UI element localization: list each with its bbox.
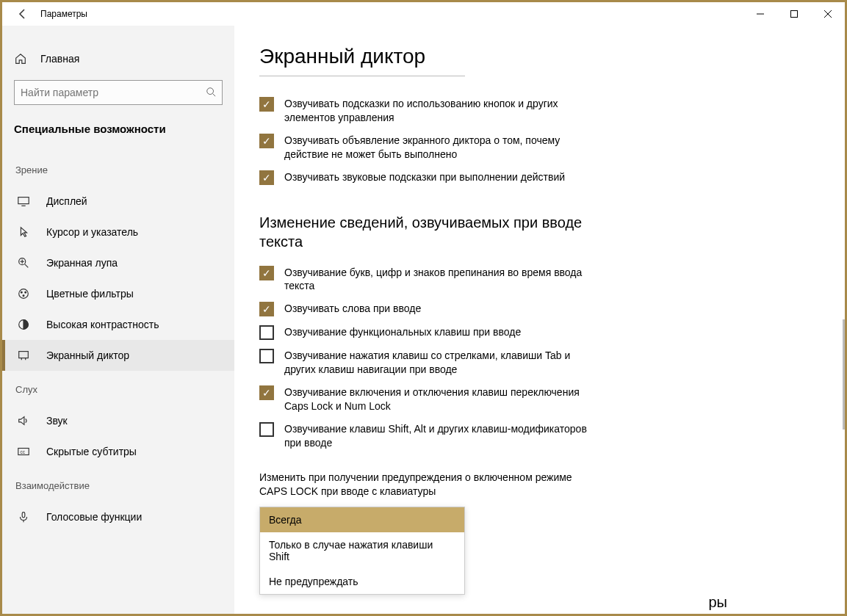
main-content: Экранный диктор ✓Озвучивать подсказки по… xyxy=(234,26,845,614)
search-icon xyxy=(206,87,216,99)
svg-point-12 xyxy=(19,289,29,299)
checkbox[interactable] xyxy=(259,422,274,437)
window-title: Параметры xyxy=(40,9,87,19)
checkbox-label: Озвучивать объявление экранного диктора … xyxy=(284,134,590,162)
dropdown-option[interactable]: Всегда xyxy=(260,507,464,532)
nav-label: Скрытые субтитры xyxy=(46,446,137,457)
svg-point-13 xyxy=(21,291,22,293)
checkbox-label: Озвучивание функциональных клавиш при вв… xyxy=(284,325,521,339)
checkbox-label: Озвучивать подсказки по использованию кн… xyxy=(284,97,590,125)
nav-label: Экранная лупа xyxy=(46,257,118,269)
window-controls xyxy=(743,2,845,26)
dropdown-option[interactable]: Не предупреждать xyxy=(260,569,464,594)
nav-speech[interactable]: Голосовые функции xyxy=(2,501,234,532)
search-box[interactable] xyxy=(14,80,223,105)
checkbox[interactable] xyxy=(259,349,274,363)
home-icon xyxy=(14,52,27,65)
nav-captions[interactable]: cc Скрытые субтитры xyxy=(2,436,234,467)
checkbox[interactable]: ✓ xyxy=(259,97,274,112)
svg-rect-6 xyxy=(18,198,29,204)
section-label-vision: Зрение xyxy=(2,151,234,186)
svg-rect-17 xyxy=(19,352,29,358)
palette-icon xyxy=(17,287,30,300)
checkbox-row: Озвучивание нажатия клавиш со стрелками,… xyxy=(259,349,590,377)
nav-label: Цветные фильтры xyxy=(46,288,134,300)
checkbox-row: Озвучивание функциональных клавиш при вв… xyxy=(259,325,590,340)
narrator-icon xyxy=(17,349,30,362)
section-label-hearing: Слух xyxy=(2,371,234,405)
checkbox-label: Озвучивание букв, цифр и знаков препинан… xyxy=(284,266,590,294)
checkbox-label: Озвучивание нажатия клавиш со стрелками,… xyxy=(284,349,590,377)
checkbox[interactable]: ✓ xyxy=(259,134,274,148)
checkbox-label: Озвучивать звуковые подсказки при выполн… xyxy=(284,170,565,184)
titlebar: Параметры xyxy=(2,2,845,26)
svg-point-4 xyxy=(207,87,214,94)
svg-point-15 xyxy=(23,295,24,297)
checkbox-row: ✓Озвучивание включения и отключения клав… xyxy=(259,385,590,413)
back-button[interactable] xyxy=(8,2,37,26)
nav-cursor[interactable]: Курсор и указатель xyxy=(2,217,234,247)
magnifier-icon xyxy=(17,256,30,269)
svg-point-14 xyxy=(25,291,26,293)
checkbox-label: Озвучивание клавиш Shift, Alt и других к… xyxy=(284,422,590,450)
nav-label: Дисплей xyxy=(46,195,87,207)
svg-line-9 xyxy=(25,264,29,268)
dropdown-option[interactable]: Только в случае нажатия клавиши Shift xyxy=(260,532,464,569)
sidebar: Главная Специальные возможности Зрение Д… xyxy=(2,26,234,614)
checkbox-label: Озвучивание включения и отключения клави… xyxy=(284,385,590,413)
checkbox[interactable]: ✓ xyxy=(259,302,274,316)
nav-label: Экранный диктор xyxy=(46,349,129,361)
capslock-dropdown[interactable]: ВсегдаТолько в случае нажатия клавиши Sh… xyxy=(259,507,465,595)
subheading-typing: Изменение сведений, озвучиваемых при вво… xyxy=(259,213,597,251)
minimize-button[interactable] xyxy=(743,2,777,26)
checkbox[interactable]: ✓ xyxy=(259,266,274,280)
nav-label: Голосовые функции xyxy=(46,511,142,523)
sidebar-home[interactable]: Главная xyxy=(2,46,234,71)
cursor-icon xyxy=(17,225,30,239)
search-input[interactable] xyxy=(21,87,206,98)
svg-rect-1 xyxy=(791,11,798,18)
nav-label: Звук xyxy=(46,415,68,427)
nav-narrator[interactable]: Экранный диктор xyxy=(2,340,234,371)
nav-magnifier[interactable]: Экранная лупа xyxy=(2,247,234,278)
nav-audio[interactable]: Звук xyxy=(2,405,234,436)
capslock-warning-label: Изменить при получении предупреждения о … xyxy=(259,471,590,499)
checkbox-row: ✓Озвучивать объявление экранного диктора… xyxy=(259,134,590,162)
mic-icon xyxy=(17,510,30,523)
checkbox-row: Озвучивание клавиш Shift, Alt и других к… xyxy=(259,422,590,450)
svg-rect-20 xyxy=(22,512,25,518)
nav-high-contrast[interactable]: Высокая контрастность xyxy=(2,309,234,340)
checkbox-label: Озвучивать слова при вводе xyxy=(284,302,421,316)
audio-icon xyxy=(17,414,30,427)
captions-icon: cc xyxy=(17,445,30,458)
checkbox[interactable]: ✓ xyxy=(259,170,274,185)
page-title: Экранный диктор xyxy=(259,45,465,76)
section-label-interaction: Взаимодействие xyxy=(2,467,234,501)
nav-display[interactable]: Дисплей xyxy=(2,186,234,217)
checkbox-row: ✓Озвучивать подсказки по использованию к… xyxy=(259,97,590,125)
maximize-button[interactable] xyxy=(777,2,811,26)
svg-text:cc: cc xyxy=(21,449,25,454)
checkbox[interactable]: ✓ xyxy=(259,385,274,400)
contrast-icon xyxy=(17,318,30,331)
scrollbar[interactable] xyxy=(843,319,845,430)
sidebar-home-label: Главная xyxy=(40,53,79,65)
checkbox-row: ✓Озвучивать звуковые подсказки при выпол… xyxy=(259,170,590,185)
checkbox[interactable] xyxy=(259,325,274,340)
sidebar-category: Специальные возможности xyxy=(2,123,234,151)
checkbox-row: ✓Озвучивать слова при вводе xyxy=(259,302,590,316)
close-button[interactable] xyxy=(811,2,845,26)
obscured-text-fragment: ры xyxy=(259,594,801,611)
nav-label: Высокая контрастность xyxy=(46,319,159,330)
display-icon xyxy=(17,195,30,208)
svg-line-5 xyxy=(213,93,216,96)
nav-color-filters[interactable]: Цветные фильтры xyxy=(2,278,234,309)
nav-label: Курсор и указатель xyxy=(46,226,138,238)
checkbox-row: ✓Озвучивание букв, цифр и знаков препина… xyxy=(259,266,590,294)
